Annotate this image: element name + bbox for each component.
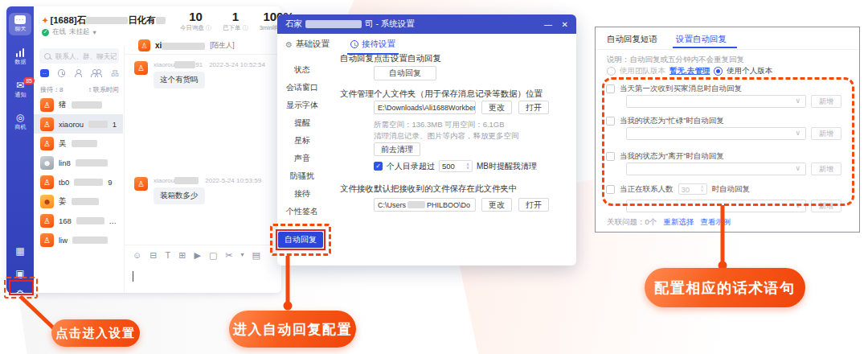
view-example-link[interactable]: 查看示例	[700, 217, 731, 228]
rule-reply-dropdown[interactable]	[626, 127, 806, 140]
search-box[interactable]	[39, 48, 119, 64]
stat-value: 1	[223, 10, 248, 24]
list-item[interactable]: ♙ tb09	[34, 172, 123, 191]
menu-item-status[interactable]: 状态	[279, 64, 326, 76]
rule-away-status: 当我的状态为“离开”时自动回复	[606, 151, 724, 162]
rule-checkbox[interactable]	[606, 152, 615, 161]
auto-reply-button[interactable]: 自动回复	[374, 66, 436, 80]
personal-version-radio[interactable]	[714, 67, 723, 76]
rule-checkbox[interactable]	[606, 84, 615, 93]
scissors-icon[interactable]: ✂	[225, 250, 232, 260]
tab-reception-settings[interactable]: 接待设置	[350, 39, 395, 55]
menu-item-star[interactable]: 星标	[279, 135, 326, 146]
sidebar-item-notifications[interactable]: ✉ 85 通知	[9, 80, 31, 99]
stat-value: 10	[180, 10, 211, 24]
sidebar-item-business[interactable]: ◎ 商机	[9, 113, 31, 131]
menu-item-sound[interactable]: 声音	[279, 153, 326, 164]
trash-icon[interactable]: ▤	[252, 250, 260, 260]
search-input[interactable]	[54, 51, 118, 61]
menu-item-font[interactable]: 显示字体	[279, 100, 326, 111]
callout-enter-auto-reply: 进入自动回复配置	[229, 311, 356, 348]
contact-count-input[interactable]: 30 ∧∨	[678, 183, 707, 195]
file-recv-hint: 默认把接收到的文件保存在此文件夹中	[374, 183, 518, 195]
contact-tabs-row: ·· 品	[40, 69, 119, 77]
personal-folder-path-input[interactable]: E:\Downloads\Ali1688Workben	[374, 101, 476, 114]
auto-reply-label: 自动回复	[340, 53, 374, 64]
manage-link[interactable]: 暂无,去管理	[669, 66, 710, 76]
menu-item-remind[interactable]: 提醒	[279, 117, 326, 129]
receive-folder-path-input[interactable]: C:\UsersPHILBOO\Do	[374, 198, 476, 212]
team-version-radio[interactable]	[607, 67, 616, 76]
rule-checkbox[interactable]	[606, 185, 615, 194]
list-item[interactable]: ☻ 姜	[34, 191, 123, 211]
spinner-icon[interactable]: ∧∨	[700, 186, 703, 191]
add-reply-button[interactable]: 新增	[811, 127, 841, 140]
list-item[interactable]: ♙ 吴	[34, 134, 123, 153]
rule-busy-status: 当我的状态为“忙碌”时自动回复	[606, 116, 724, 126]
menu-item-reception[interactable]: 接待	[279, 188, 326, 200]
rule-contact-count: 当正在联系人数 30 ∧∨ 时自动回复	[606, 183, 750, 195]
sidebar-item-label: 商机	[14, 123, 26, 130]
list-item[interactable]: ♙ 168…	[34, 211, 123, 230]
add-reply-button[interactable]: 新增	[811, 163, 841, 175]
grid-apps-icon[interactable]: ▦	[6, 245, 34, 257]
sidebar-item-label: 聊天	[14, 25, 26, 32]
caret-down-icon[interactable]: ▾	[93, 28, 96, 36]
change-folder-button[interactable]: 更改	[481, 101, 512, 114]
list-item[interactable]: ♙ 猪	[34, 95, 123, 114]
clean-hint: 清理消息记录、图片等内容，释放更多空间	[374, 131, 519, 142]
tab-recent-icon[interactable]	[58, 69, 65, 77]
tab-reply-phrases[interactable]: 自动回复短语	[607, 34, 657, 45]
rule-reply-dropdown[interactable]	[626, 200, 806, 212]
menu-item-antispam[interactable]: 防骚扰	[279, 171, 326, 182]
info-icon: ⓘ	[206, 25, 211, 31]
card-icon[interactable]: ⊟	[149, 250, 157, 260]
list-item[interactable]: ♙ liw	[34, 230, 123, 249]
reception-count: 接待：8	[40, 85, 63, 94]
rule-checkbox[interactable]	[606, 117, 615, 126]
app-badge-icon: ✦	[42, 16, 48, 25]
change-recv-folder-button[interactable]: 更改	[481, 198, 512, 212]
sort-control[interactable]: ↕ 联系时间	[88, 85, 119, 94]
font-icon[interactable]: T	[165, 250, 170, 260]
tab-org-icon[interactable]: 品	[112, 69, 120, 77]
video-icon[interactable]: ▶	[194, 250, 200, 260]
redacted-text	[305, 20, 362, 28]
menu-item-session[interactable]: 会话窗口	[279, 82, 326, 93]
spinner-icon[interactable]: ∧∨	[466, 163, 469, 169]
caret-down-icon[interactable]: ▾	[241, 250, 244, 260]
gear-icon: ⚙	[285, 40, 293, 49]
tab-contacts-icon[interactable]	[74, 69, 81, 77]
add-reply-button[interactable]: 新增	[811, 95, 841, 108]
list-item[interactable]: ☻ lin8	[34, 153, 123, 172]
personal-version-label: 使用个人版本	[727, 66, 772, 76]
emoji-icon[interactable]: ☺	[133, 250, 141, 260]
threshold-number-input[interactable]: 500 ∧∨	[439, 160, 473, 172]
folder-icon[interactable]: ▢	[209, 250, 217, 260]
add-reply-button[interactable]: 新增	[811, 200, 841, 212]
open-recv-folder-button[interactable]: 打开	[518, 198, 549, 212]
tab-groups-icon[interactable]	[91, 69, 103, 77]
threshold-checkbox[interactable]: ✓	[374, 162, 383, 171]
menu-item-signature[interactable]: 个性签名	[279, 206, 326, 217]
panel-note: 说明：自动回复或五分钟内不会重复回复	[607, 55, 744, 65]
dialog-titlebar[interactable]: 石家司 - 系统设置	[277, 14, 576, 34]
message: ♙ xiaorou91 2022-5-24 10:52:54 这个有货吗	[134, 61, 275, 88]
image-icon[interactable]: ⊞	[178, 250, 186, 260]
highlight-red-box	[9, 280, 34, 295]
clean-button[interactable]: 前去清理	[374, 142, 420, 156]
minimize-button[interactable]: —	[544, 14, 552, 34]
sidebar-item-data[interactable]: 数据	[9, 48, 31, 66]
reselect-link[interactable]: 重新选择	[663, 217, 694, 228]
sidebar-item-chat[interactable]: ··· 聊天	[9, 13, 31, 35]
tab-chats-icon[interactable]: ··	[40, 69, 49, 77]
close-button[interactable]: ✕	[562, 14, 568, 34]
avatar: ♙	[40, 98, 54, 112]
tab-basic-settings[interactable]: ⚙ 基础设置	[285, 39, 330, 55]
rule-reply-dropdown[interactable]	[626, 95, 806, 108]
tab-set-auto-reply[interactable]: 设置自动回复	[676, 34, 727, 45]
open-folder-button[interactable]: 打开	[518, 101, 549, 114]
status-suspend-label[interactable]: 未挂起	[69, 27, 90, 37]
list-item-selected[interactable]: ♙ xiaorou1	[34, 114, 123, 134]
rule-reply-dropdown[interactable]	[626, 163, 806, 175]
